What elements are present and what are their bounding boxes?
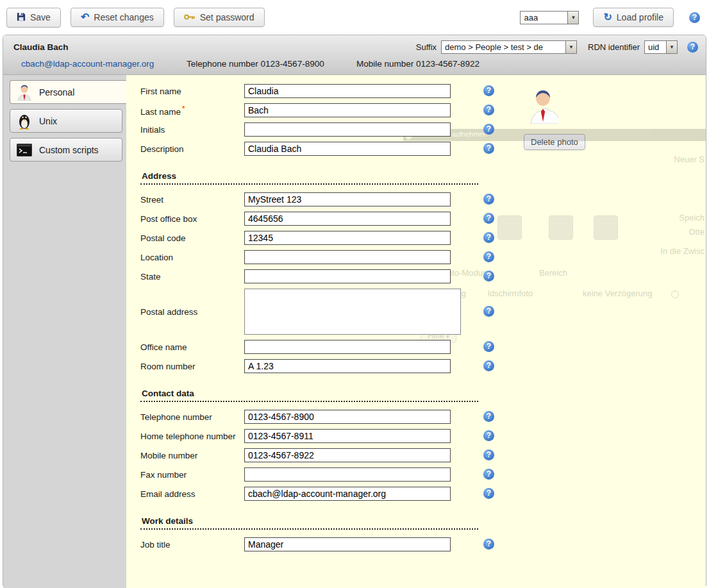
field-row: Telephone number	[140, 410, 706, 424]
job-title-input[interactable]	[244, 537, 451, 551]
help-icon[interactable]	[483, 85, 494, 96]
help-icon[interactable]	[483, 341, 494, 352]
help-icon[interactable]	[483, 449, 494, 460]
required-marker: *	[182, 105, 185, 112]
help-icon[interactable]	[483, 411, 494, 422]
last-name-label: Last name*	[140, 105, 244, 117]
email-address-input[interactable]	[244, 487, 451, 501]
reload-icon: ↻	[603, 12, 612, 22]
field-row: Email address	[140, 487, 706, 501]
set-password-button[interactable]: Set password	[174, 8, 265, 27]
first-name-label: First name	[140, 87, 244, 96]
help-icon[interactable]	[687, 42, 698, 53]
profile-select-value: aaa	[521, 12, 567, 24]
postal-address-textarea[interactable]	[244, 289, 461, 335]
initials-label: Initials	[140, 125, 244, 135]
job-title-label: Job title	[140, 540, 244, 550]
room-number-input[interactable]	[244, 359, 451, 373]
profile-select[interactable]: aaa ▼	[520, 11, 579, 24]
location-label: Location	[140, 253, 244, 262]
field-row: Job title	[140, 537, 706, 551]
field-row: Description	[140, 142, 706, 156]
help-icon[interactable]	[483, 232, 494, 243]
help-icon[interactable]	[483, 360, 494, 371]
help-icon[interactable]	[483, 488, 494, 499]
ghost-text: Neuer S	[674, 155, 705, 164]
postal-code-input[interactable]	[244, 231, 451, 245]
account-header-row1: Claudia Bach Suffix demo > People > test…	[3, 35, 706, 57]
help-icon[interactable]	[483, 124, 494, 135]
suffix-select[interactable]: demo > People > test > de ▼	[441, 40, 577, 54]
help-icon[interactable]	[483, 194, 494, 205]
reset-changes-button[interactable]: ↶ Reset changes	[71, 8, 164, 27]
penguin-icon	[16, 113, 33, 130]
street-label: Street	[140, 195, 244, 205]
header-mobile: Mobile number 0123-4567-8922	[356, 59, 480, 69]
last-name-label-text: Last name	[140, 106, 181, 116]
header-telephone: Telephone number 0123-4567-8900	[187, 59, 356, 69]
field-row: Initials	[140, 122, 706, 137]
set-password-label: Set password	[200, 12, 254, 22]
telephone-label: Telephone number	[140, 412, 244, 422]
save-button[interactable]: Save	[6, 8, 61, 28]
postal-code-label: Postal code	[140, 233, 244, 243]
initials-input[interactable]	[244, 122, 451, 137]
help-icon[interactable]	[483, 539, 494, 550]
email-address-label: Email address	[140, 489, 244, 499]
field-row: Postal address	[140, 289, 706, 335]
office-name-input[interactable]	[244, 340, 451, 354]
help-icon[interactable]	[483, 213, 494, 224]
field-row: Location	[140, 250, 706, 264]
page-title: Claudia Bach	[13, 42, 69, 52]
help-icon[interactable]	[483, 143, 494, 154]
description-input[interactable]	[244, 142, 451, 156]
mobile-number-label: Mobile number	[140, 451, 244, 460]
tab-custom-scripts[interactable]: Custom scripts	[10, 138, 122, 162]
help-icon[interactable]	[689, 12, 700, 23]
section-header-address: Address	[140, 171, 478, 185]
field-row: Postal code	[140, 231, 706, 245]
telephone-input[interactable]	[244, 410, 451, 424]
help-icon[interactable]	[483, 306, 494, 317]
email-link[interactable]: cbach@ldap-account-manager.org	[21, 59, 187, 69]
terminal-icon	[16, 142, 33, 158]
help-icon[interactable]	[483, 430, 494, 441]
state-label: State	[140, 272, 244, 281]
help-icon[interactable]	[483, 251, 494, 262]
field-row: Post office box	[140, 212, 706, 226]
field-row: Home telephone number	[140, 429, 706, 443]
location-input[interactable]	[244, 250, 451, 264]
mobile-number-input[interactable]	[244, 448, 451, 462]
office-name-label: Office name	[140, 342, 244, 352]
help-icon[interactable]	[483, 469, 494, 480]
load-profile-button[interactable]: ↻ Load profile	[593, 8, 674, 27]
postal-address-label: Postal address	[140, 307, 244, 317]
load-profile-label: Load profile	[617, 12, 663, 22]
last-name-input[interactable]	[244, 103, 451, 117]
chevron-down-icon: ▼	[567, 12, 578, 24]
fax-number-input[interactable]	[244, 467, 451, 482]
account-header: Claudia Bach Suffix demo > People > test…	[3, 35, 706, 75]
suffix-select-value: demo > People > test > de	[442, 41, 565, 53]
field-row: First name	[140, 84, 706, 98]
home-telephone-label: Home telephone number	[140, 432, 244, 441]
field-row: Mobile number	[140, 448, 706, 462]
help-icon[interactable]	[483, 271, 494, 281]
tab-unix[interactable]: Unix	[10, 109, 122, 133]
field-row: Street	[140, 192, 706, 206]
rdn-label: RDN identifier	[588, 42, 640, 52]
post-office-box-input[interactable]	[244, 212, 451, 226]
chevron-down-icon: ▼	[666, 41, 677, 53]
tab-personal[interactable]: Personal	[10, 80, 126, 104]
state-input[interactable]	[244, 269, 451, 283]
key-icon	[184, 12, 196, 22]
tab-unix-label: Unix	[39, 116, 57, 126]
header-controls: Suffix demo > People > test > de ▼ RDN i…	[416, 40, 698, 54]
home-telephone-input[interactable]	[244, 429, 451, 443]
help-icon[interactable]	[483, 105, 494, 115]
rdn-select[interactable]: uid ▼	[644, 40, 678, 54]
street-input[interactable]	[244, 192, 451, 206]
field-row: Office name	[140, 340, 706, 354]
tab-personal-label: Personal	[39, 87, 74, 97]
first-name-input[interactable]	[244, 84, 451, 98]
